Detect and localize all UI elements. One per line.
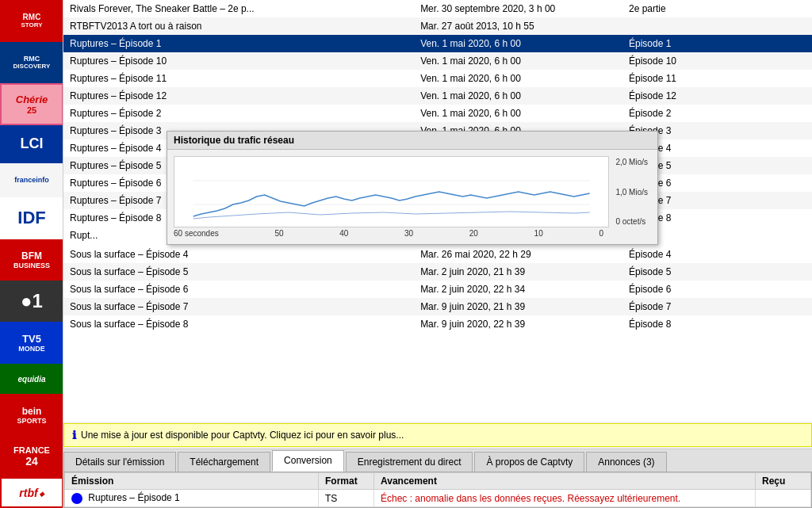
tab-apropos[interactable]: À propos de Captvty [474, 452, 584, 472]
content-area: Rivals Forever, The Sneaker Battle – 2e … [63, 0, 812, 508]
network-traffic-tooltip: Historique du trafic réseau [167, 131, 658, 245]
sidebar-logo-one[interactable]: ●1 [0, 281, 63, 322]
sidebar-logo-equidia[interactable]: equidia [0, 364, 63, 394]
sidebar-logo-idf[interactable]: IDF [0, 197, 63, 239]
sidebar-logo-bfm[interactable]: BFM BUSINESS [0, 239, 63, 281]
info-icon: ℹ [72, 429, 76, 441]
list-item[interactable]: Sous la surface – Épisode 6 Mar. 2 juin … [63, 281, 812, 298]
sidebar: RMC STORY RMC DISCOVERY Chérie 25 LCI fr… [0, 0, 63, 508]
table-row[interactable]: Ruptures – Épisode 1 TS Échec : anomalie… [65, 490, 811, 507]
list-item-selected[interactable]: Ruptures – Épisode 1 Ven. 1 mai 2020, 6 … [63, 35, 812, 52]
sidebar-logo-tv5[interactable]: TV5 MONDE [0, 322, 63, 364]
tooltip-title: Historique du trafic réseau [167, 132, 657, 150]
list-item[interactable]: Rivals Forever, The Sneaker Battle – 2e … [63, 0, 812, 17]
tab-details[interactable]: Détails sur l'émission [63, 452, 176, 472]
col-header-recu: Reçu [756, 473, 811, 490]
format-cell: TS [319, 490, 374, 507]
tab-enregistrement[interactable]: Enregistrement du direct [346, 452, 473, 472]
tab-conversion[interactable]: Conversion [272, 450, 344, 472]
sidebar-logo-rmc-story[interactable]: RMC STORY [0, 0, 63, 42]
list-item[interactable]: Ruptures – Épisode 10 Ven. 1 mai 2020, 6… [63, 52, 812, 70]
chart-x-labels: 60 secondes 50 40 30 20 10 0 [174, 227, 603, 238]
sidebar-logo-rmc-discovery[interactable]: RMC DISCOVERY [0, 42, 63, 84]
sidebar-logo-cherie[interactable]: Chérie 25 [0, 83, 63, 125]
tabs-row: Détails sur l'émission Téléchargement Co… [63, 449, 812, 472]
sidebar-logo-bein[interactable]: bein SPORTS [0, 394, 63, 436]
sidebar-logo-lci[interactable]: LCI [0, 125, 63, 163]
list-item[interactable]: Ruptures – Épisode 2 Ven. 1 mai 2020, 6 … [63, 105, 812, 122]
list-item[interactable]: Sous la surface – Épisode 7 Mar. 9 juin … [63, 298, 812, 315]
list-item[interactable]: Ruptures – Épisode 11 Ven. 1 mai 2020, 6… [63, 70, 812, 87]
tooltip-chart-area: 2,0 Mio/s 1,0 Mio/s 0 octet/s 60 seconde… [167, 150, 657, 244]
main-container: RMC STORY RMC DISCOVERY Chérie 25 LCI fr… [0, 0, 812, 508]
col-header-avancement: Avancement [374, 473, 756, 490]
traffic-chart [174, 156, 609, 227]
col-header-emission: Émission [65, 473, 319, 490]
sidebar-logo-france24[interactable]: FRANCE 24 [0, 436, 63, 478]
list-item[interactable]: Ruptures – Épisode 12 Ven. 1 mai 2020, 6… [63, 87, 812, 105]
info-text: Une mise à jour est disponible pour Capt… [81, 430, 404, 441]
tab-content: Émission Format Avancement Reçu Ruptures… [63, 472, 812, 508]
chart-svg [174, 157, 608, 227]
avancement-cell: Échec : anomalie dans les données reçues… [374, 490, 756, 507]
sidebar-logo-franceinfo[interactable]: franceinfo [0, 163, 63, 197]
list-item[interactable]: Sous la surface – Épisode 8 Mar. 9 juin … [63, 315, 812, 333]
recu-cell [756, 490, 811, 507]
update-info-bar[interactable]: ℹ Une mise à jour est disponible pour Ca… [63, 423, 812, 447]
list-area: Rivals Forever, The Sneaker Battle – 2e … [63, 0, 812, 422]
tabs-area: Détails sur l'émission Téléchargement Co… [63, 449, 812, 508]
tab-annonces[interactable]: Annonces (3) [586, 452, 666, 472]
chart-y-labels: 2,0 Mio/s 1,0 Mio/s 0 octet/s [612, 156, 651, 227]
emission-title: Ruptures – Épisode 1 [88, 492, 179, 503]
program-list-below: Sous la surface – Épisode 4 Mar. 26 mai … [63, 246, 812, 333]
list-item[interactable]: Sous la surface – Épisode 5 Mar. 2 juin … [63, 263, 812, 281]
status-icon-blue [71, 493, 82, 504]
list-item[interactable]: Sous la surface – Épisode 4 Mar. 26 mai … [63, 246, 812, 263]
sidebar-logo-rtbf[interactable]: rtbf⬥ [0, 477, 63, 508]
col-header-format: Format [319, 473, 374, 490]
tab-telechargement[interactable]: Téléchargement [178, 452, 270, 472]
download-table: Émission Format Avancement Reçu Ruptures… [64, 472, 811, 507]
list-item[interactable]: RTBFTV2013 A tort ou à raison Mar. 27 ao… [63, 17, 812, 35]
